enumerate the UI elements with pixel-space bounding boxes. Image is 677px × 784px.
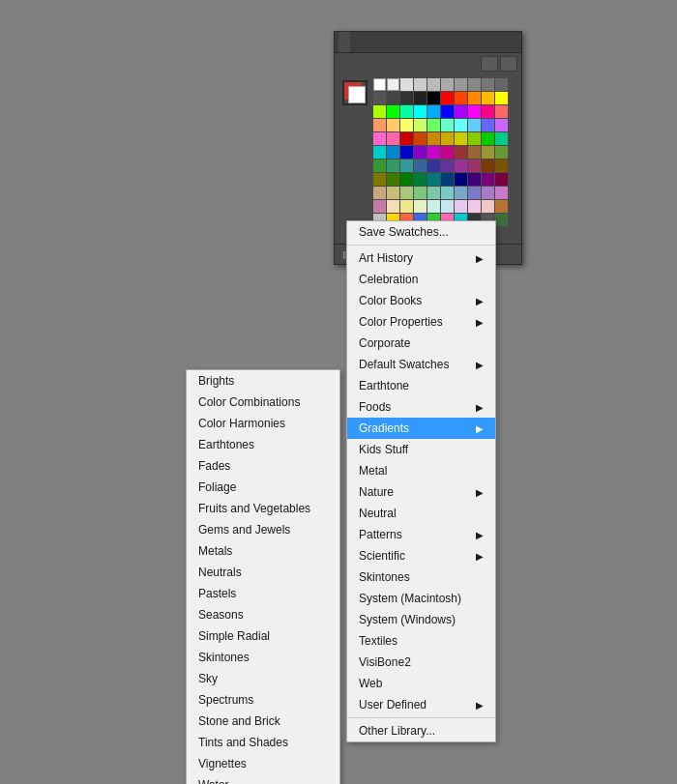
- swatch-cell[interactable]: [414, 160, 427, 172]
- submenu-item-pastels[interactable]: Pastels: [187, 583, 339, 604]
- submenu-item-gems-and-jewels[interactable]: Gems and Jewels: [187, 519, 339, 540]
- swatch-cell[interactable]: [387, 173, 399, 186]
- swatch-cell[interactable]: [441, 78, 454, 91]
- menu-item-system-macintosh[interactable]: System (Macintosh): [347, 588, 495, 609]
- swatch-cell[interactable]: [373, 146, 386, 159]
- swatch-cell[interactable]: [441, 160, 454, 172]
- swatch-cell[interactable]: [414, 132, 427, 145]
- swatch-cell[interactable]: [495, 173, 508, 186]
- swatch-cell[interactable]: [441, 92, 454, 104]
- swatch-cell[interactable]: [427, 160, 440, 172]
- submenu-item-tints-and-shades[interactable]: Tints and Shades: [187, 732, 339, 753]
- swatch-cell[interactable]: [427, 173, 440, 186]
- swatch-cell[interactable]: [387, 146, 399, 159]
- tab-symbols[interactable]: [362, 32, 373, 52]
- submenu-item-color-harmonies[interactable]: Color Harmonies: [187, 413, 339, 434]
- swatch-cell[interactable]: [468, 119, 481, 131]
- swatch-cell[interactable]: [455, 173, 467, 186]
- menu-item-textiles[interactable]: Textiles: [347, 630, 495, 652]
- swatch-cell[interactable]: [441, 146, 454, 159]
- swatch-cell[interactable]: [373, 119, 386, 131]
- swatch-cell[interactable]: [373, 200, 386, 213]
- submenu-item-metals[interactable]: Metals: [187, 540, 339, 562]
- swatch-cell[interactable]: [495, 132, 508, 145]
- swatch-cell[interactable]: [495, 119, 508, 131]
- submenu-item-seasons[interactable]: Seasons: [187, 604, 339, 625]
- submenu-item-sky[interactable]: Sky: [187, 668, 339, 689]
- swatch-cell[interactable]: [468, 92, 481, 104]
- swatch-cell[interactable]: [441, 187, 454, 199]
- swatch-cell[interactable]: [373, 105, 386, 118]
- swatch-cell[interactable]: [427, 132, 440, 145]
- swatch-cell[interactable]: [414, 200, 427, 213]
- menu-item-neutral[interactable]: Neutral: [347, 503, 495, 524]
- panel-menu-button[interactable]: [504, 36, 517, 49]
- swatch-cell[interactable]: [482, 173, 494, 186]
- swatch-cell[interactable]: [400, 105, 413, 118]
- swatch-cell[interactable]: [373, 173, 386, 186]
- swatch-cell[interactable]: [400, 146, 413, 159]
- swatch-cell[interactable]: [482, 78, 494, 91]
- swatch-cell[interactable]: [373, 132, 386, 145]
- swatch-cell[interactable]: [482, 187, 494, 199]
- swatch-cell[interactable]: [495, 105, 508, 118]
- swatch-cell[interactable]: [468, 160, 481, 172]
- swatch-cell[interactable]: [387, 187, 399, 199]
- swatch-cell[interactable]: [495, 200, 508, 213]
- swatch-cell[interactable]: [468, 146, 481, 159]
- menu-item-web[interactable]: Web: [347, 673, 495, 694]
- menu-item-earthtone[interactable]: Earthtone: [347, 375, 495, 396]
- swatch-cell[interactable]: [400, 173, 413, 186]
- swatch-cell[interactable]: [414, 146, 427, 159]
- swatch-cell[interactable]: [468, 105, 481, 118]
- swatch-cell[interactable]: [414, 92, 427, 104]
- submenu-item-water[interactable]: Water: [187, 774, 339, 784]
- swatch-cell[interactable]: [400, 132, 413, 145]
- swatch-cell[interactable]: [495, 160, 508, 172]
- swatch-cell[interactable]: [441, 105, 454, 118]
- menu-item-save-swatches[interactable]: Save Swatches...: [347, 221, 495, 243]
- submenu-item-fruits-and-vegetables[interactable]: Fruits and Vegetables: [187, 498, 339, 519]
- swatch-cell[interactable]: [427, 187, 440, 199]
- menu-item-visibone2[interactable]: VisiBone2: [347, 652, 495, 673]
- menu-item-scientific[interactable]: Scientific▶: [347, 545, 495, 566]
- swatch-cell[interactable]: [441, 173, 454, 186]
- submenu-item-foliage[interactable]: Foliage: [187, 477, 339, 498]
- menu-item-foods[interactable]: Foods▶: [347, 396, 495, 418]
- overflow-button[interactable]: [486, 36, 500, 49]
- swatch-cell[interactable]: [373, 78, 386, 91]
- submenu-item-brights[interactable]: Brights: [187, 370, 339, 392]
- menu-item-gradients[interactable]: Gradients▶: [347, 418, 495, 439]
- menu-item-metal[interactable]: Metal: [347, 460, 495, 481]
- swatch-cell[interactable]: [387, 92, 399, 104]
- swatch-cell[interactable]: [482, 160, 494, 172]
- swatch-cell[interactable]: [482, 105, 494, 118]
- grid-view-button[interactable]: [500, 56, 517, 72]
- submenu-item-color-combinations[interactable]: Color Combinations: [187, 392, 339, 413]
- swatch-cell[interactable]: [455, 105, 467, 118]
- swatch-cell[interactable]: [468, 78, 481, 91]
- menu-item-art-history[interactable]: Art History▶: [347, 247, 495, 269]
- swatch-cell[interactable]: [455, 146, 467, 159]
- swatch-cell[interactable]: [400, 78, 413, 91]
- menu-item-system-windows[interactable]: System (Windows): [347, 609, 495, 630]
- menu-item-default-swatches[interactable]: Default Swatches▶: [347, 354, 495, 375]
- swatch-cell[interactable]: [427, 78, 440, 91]
- menu-item-other-library[interactable]: Other Library...: [347, 720, 495, 741]
- swatch-cell[interactable]: [482, 146, 494, 159]
- menu-item-skintones[interactable]: Skintones: [347, 566, 495, 588]
- submenu-item-skintones[interactable]: Skintones: [187, 647, 339, 668]
- submenu-item-fades[interactable]: Fades: [187, 455, 339, 477]
- swatch-cell[interactable]: [427, 146, 440, 159]
- swatch-cell[interactable]: [427, 200, 440, 213]
- tab-brushes[interactable]: [350, 32, 362, 52]
- swatch-cell[interactable]: [414, 78, 427, 91]
- submenu-item-neutrals[interactable]: Neutrals: [187, 562, 339, 583]
- swatch-cell[interactable]: [414, 119, 427, 131]
- swatch-cell[interactable]: [400, 200, 413, 213]
- swatch-cell[interactable]: [427, 119, 440, 131]
- swatch-cell[interactable]: [414, 187, 427, 199]
- swatch-cell[interactable]: [455, 132, 467, 145]
- swatch-cell[interactable]: [482, 119, 494, 131]
- swatch-cell[interactable]: [495, 146, 508, 159]
